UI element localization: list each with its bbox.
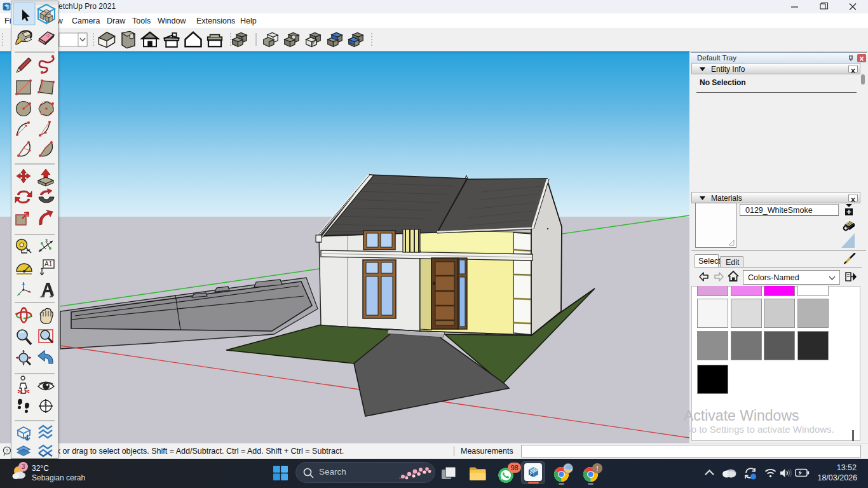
svg-text:A1: A1	[44, 261, 53, 268]
svg-text:3: 3	[45, 238, 48, 243]
svg-text:?: ?	[6, 448, 9, 454]
svg-text:C: C	[44, 402, 48, 405]
